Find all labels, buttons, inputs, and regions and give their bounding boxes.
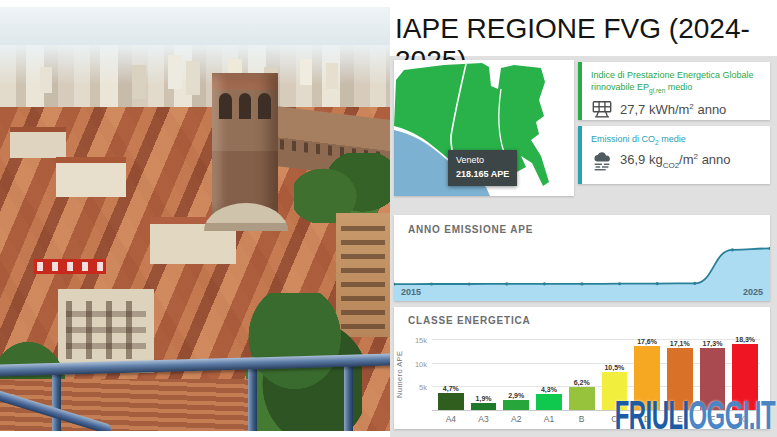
- balcony-post: [248, 365, 257, 431]
- fvg-map-card: Veneto 218.165 APE: [394, 60, 574, 196]
- energy-index-card: Indice di Prestazione Energetica Globale…: [578, 62, 770, 120]
- building: [56, 157, 126, 197]
- bar-column-A3: 1,9%: [471, 333, 497, 410]
- bar-value-label: 4,7%: [443, 385, 459, 392]
- bar-value-label: 1,9%: [476, 395, 492, 402]
- bar-column-A4: 4,7%: [438, 333, 464, 410]
- y-tick-label: 15k: [415, 336, 427, 345]
- energy-index-label: Indice di Prestazione Energetica Globale…: [591, 69, 762, 96]
- map-tooltip: Veneto 218.165 APE: [448, 150, 517, 186]
- category-label-A4: A4: [438, 414, 464, 424]
- city-photo: [0, 0, 390, 437]
- value-text: 36,9 kgCO2/m2 anno: [620, 152, 731, 170]
- balcony-post: [52, 369, 61, 431]
- dashboard-header: IAPE REGIONE FVG (2024-2025): [390, 0, 777, 56]
- bar-value-label: 17,3%: [703, 340, 723, 347]
- logo-text-friuli: FRIULI: [615, 393, 689, 437]
- label-text: medio: [665, 82, 692, 92]
- smog-icon: [591, 152, 613, 171]
- bar-B[interactable]: [569, 387, 595, 410]
- tooltip-value: 218.165 APE: [456, 168, 509, 182]
- city-photo-canvas: [0, 7, 390, 431]
- bar-value-label: 17,6%: [637, 338, 657, 345]
- bar-column-B: 6,2%: [569, 333, 595, 410]
- y-tick-label: 5k: [419, 383, 427, 392]
- x-axis-label-end: 2025: [743, 287, 763, 297]
- distant-highrise: [300, 59, 312, 85]
- haze: [0, 45, 390, 85]
- belfry-arches: [219, 87, 271, 119]
- label-text: Emissioni di CO: [591, 134, 655, 144]
- ape-year-area-chart[interactable]: [394, 237, 770, 301]
- bar-value-label: 6,2%: [574, 379, 590, 386]
- iape-dashboard: IAPE REGIONE FVG (2024-2025) Veneto 218.…: [390, 0, 777, 437]
- bar-column-A2: 2,9%: [503, 333, 529, 410]
- category-label-B: B: [569, 414, 595, 424]
- article-hero-image: IAPE REGIONE FVG (2024-2025) Veneto 218.…: [0, 0, 777, 437]
- solar-panel-icon: [591, 100, 613, 119]
- logo-text-oggi: OGGI.IT: [689, 393, 775, 437]
- area-fill: [394, 248, 770, 301]
- friulioggi-logo: FRIULIOGGI.IT: [615, 395, 775, 435]
- bar-value-label: 4,3%: [541, 386, 557, 393]
- bar-A4[interactable]: [438, 393, 464, 410]
- co2-label: Emissioni di CO2 medie: [591, 133, 762, 148]
- bar-A2[interactable]: [503, 400, 529, 410]
- category-label-A1: A1: [536, 414, 562, 424]
- co2-emissions-card: Emissioni di CO2 medie 36,9 kgCO2/m2 ann…: [578, 126, 770, 184]
- tooltip-region: Veneto: [456, 154, 509, 168]
- category-label-A2: A2: [503, 414, 529, 424]
- bar-column-A1: 4,3%: [536, 333, 562, 410]
- bar-value-label: 10,5%: [604, 364, 624, 371]
- bar-chart-title: CLASSE ENERGETICA: [408, 315, 531, 326]
- value-text: 27,7 kWh/m2 anno: [620, 102, 726, 117]
- co2-value: 36,9 kgCO2/m2 anno: [591, 152, 762, 171]
- label-subscript: gl,ren: [649, 87, 665, 94]
- y-tick-label: 10k: [415, 359, 427, 368]
- balcony-post: [344, 362, 353, 431]
- label-text: medie: [659, 134, 686, 144]
- area-chart-title: ANNO EMISSIONE APE: [408, 224, 533, 235]
- bar-value-label: 17,1%: [670, 340, 690, 347]
- bar-A1[interactable]: [536, 394, 562, 410]
- energy-index-value: 27,7 kWh/m2 anno: [591, 100, 762, 119]
- bar-value-label: 2,9%: [508, 392, 524, 399]
- x-axis-label-start: 2015: [401, 287, 421, 297]
- bar-value-label: 18,3%: [735, 336, 755, 343]
- red-banner: [34, 259, 106, 274]
- building: [10, 127, 66, 158]
- anno-emissione-card: ANNO EMISSIONE APE 2015 2025: [394, 215, 770, 301]
- distant-highrise: [168, 55, 182, 89]
- y-axis-label: Numero APE: [395, 337, 404, 411]
- bar-A3[interactable]: [471, 403, 497, 410]
- category-label-A3: A3: [471, 414, 497, 424]
